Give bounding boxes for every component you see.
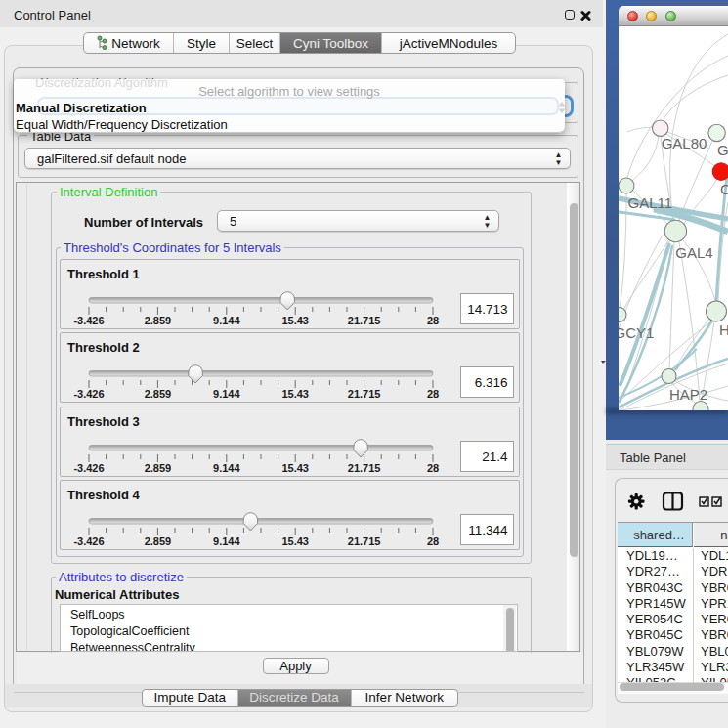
svg-text:2.859: 2.859 — [145, 535, 172, 547]
svg-text:-3.426: -3.426 — [73, 462, 104, 474]
svg-text:15.43: 15.43 — [281, 535, 309, 547]
svg-text:9.144: 9.144 — [213, 388, 240, 400]
svg-text:-3.426: -3.426 — [73, 535, 104, 547]
svg-text:28: 28 — [427, 535, 439, 547]
svg-text:15.43: 15.43 — [281, 388, 309, 400]
svg-text:15.43: 15.43 — [281, 462, 309, 474]
svg-text:G.: G. — [717, 142, 728, 158]
svg-text:15.43: 15.43 — [281, 315, 309, 326]
svg-text:GCY1: GCY1 — [619, 324, 654, 341]
svg-text:21.715: 21.715 — [348, 388, 381, 400]
svg-text:9.144: 9.144 — [213, 315, 240, 326]
svg-text:28: 28 — [427, 462, 439, 474]
svg-text:HAP2: HAP2 — [669, 386, 707, 403]
svg-text:28: 28 — [427, 388, 439, 400]
svg-text:GAL80: GAL80 — [662, 135, 707, 151]
svg-text:2.859: 2.859 — [145, 315, 172, 326]
svg-text:C: C — [720, 181, 728, 197]
svg-text:9.144: 9.144 — [213, 535, 240, 547]
svg-text:21.715: 21.715 — [348, 462, 381, 474]
svg-text:H: H — [719, 321, 728, 338]
svg-text:9.144: 9.144 — [213, 462, 240, 474]
svg-text:GAL4: GAL4 — [675, 244, 712, 261]
svg-text:2.859: 2.859 — [145, 462, 172, 474]
svg-text:21.715: 21.715 — [348, 535, 381, 547]
svg-text:28: 28 — [427, 315, 439, 326]
svg-text:GAL11: GAL11 — [628, 194, 673, 211]
svg-text:21.715: 21.715 — [348, 315, 381, 326]
svg-text:-3.426: -3.426 — [73, 388, 104, 400]
svg-text:-3.426: -3.426 — [73, 315, 104, 326]
svg-text:2.859: 2.859 — [145, 388, 172, 400]
